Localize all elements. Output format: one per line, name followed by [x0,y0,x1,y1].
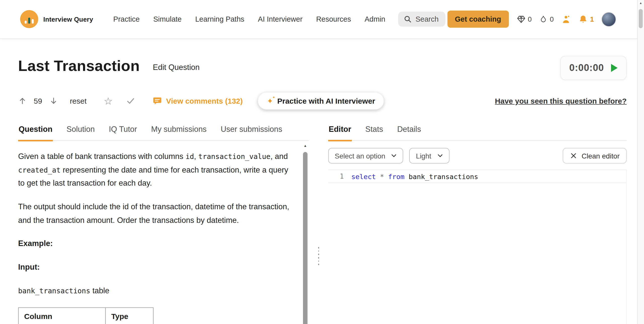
chevron-down-icon [390,152,398,159]
language-select[interactable]: Select an option [328,148,403,164]
schema-table: Column Type id INTEGER created_at [18,308,154,324]
tab-solution[interactable]: Solution [66,123,95,140]
panels: Question Solution IQ Tutor My submission… [18,123,627,324]
chevron-down-icon [436,152,444,159]
flame-count: 0 [550,15,554,23]
clean-editor-label: Clean editor [582,152,620,160]
streak-stat[interactable]: 0 [539,14,554,24]
search-input[interactable]: Search [398,12,446,27]
question-panel-scrollbar[interactable]: ▲ [303,144,308,324]
flame-icon [539,14,548,24]
close-icon [570,152,577,159]
question-body: Given a table of bank transactions with … [18,141,309,324]
nav-item-simulate[interactable]: Simulate [153,15,182,23]
text-run: , and [271,152,288,160]
mark-done-button[interactable] [126,96,135,106]
inline-code-created-at: created_at [18,166,61,174]
code-content: select * from bank_transactions [351,172,478,180]
schema-header-type: Type [105,308,153,324]
inline-code-id: id [185,152,194,160]
sql-identifier: bank_transactions [404,172,478,180]
tab-iq-tutor[interactable]: IQ Tutor [108,123,137,140]
code-line-1[interactable]: 1 select * from bank_transactions [328,170,626,183]
view-comments-label: View comments (132) [166,97,243,105]
vote-count: 59 [34,97,42,105]
nav-item-admin[interactable]: Admin [365,15,385,23]
input-label: Input: [18,261,294,274]
nav-item-ai-interviewer[interactable]: AI Interviewer [258,15,302,23]
editor-panel: Editor Stats Details Select an option Li… [328,123,627,324]
edit-question-link[interactable]: Edit Question [153,63,200,72]
table-name-line: bank_transactions table [18,284,294,297]
get-coaching-button[interactable]: Get coaching [447,11,509,28]
timer-display: 0:00:00 [569,62,604,73]
rewards-person-icon [561,14,571,24]
inline-code-transaction-value: transaction_value [198,152,271,160]
sql-operator: * [376,172,388,180]
title-row: Last Transaction Edit Question 0:00:00 [18,56,627,80]
nav-item-learning-paths[interactable]: Learning Paths [195,15,244,23]
page-scrollbar[interactable]: ▲ [637,0,644,324]
bookmark-star-button[interactable]: ☆ [104,96,113,106]
panel-scrollbar-up-arrow-icon[interactable]: ▲ [304,144,307,147]
panel-gap [309,123,328,324]
upvote-button[interactable] [18,97,27,105]
tab-user-submissions[interactable]: User submissions [220,123,283,140]
theme-select[interactable]: Light [409,148,449,164]
panel-scrollbar-thumb[interactable] [303,152,308,324]
inline-code-table-name: bank_transactions [18,287,90,295]
bell-count: 1 [590,15,594,23]
user-avatar[interactable] [601,12,616,26]
main-content: Last Transaction Edit Question 0:00:00 5… [0,56,644,324]
diamond-count: 0 [528,15,532,23]
schema-header-row: Column Type [18,308,153,324]
tab-stats[interactable]: Stats [365,123,384,140]
page-title: Last Transaction [18,56,140,76]
left-tab-row: Question Solution IQ Tutor My submission… [18,123,309,141]
scrollbar-up-arrow-icon[interactable]: ▲ [639,2,642,5]
downvote-button[interactable] [49,97,58,105]
down-arrow-icon [49,97,58,105]
diamond-icon [516,14,526,24]
tab-editor[interactable]: Editor [328,123,352,141]
tab-my-submissions[interactable]: My submissions [150,123,207,140]
navbar-right: Get coaching 0 0 1 [447,11,616,28]
code-editor[interactable]: 1 select * from bank_transactions [328,170,627,324]
practice-ai-label: Practice with AI Interviewer [277,97,375,105]
brand-name: Interview Query [43,15,93,23]
rewards-stat[interactable] [561,14,571,24]
panel-resize-handle[interactable] [318,247,319,265]
tab-question[interactable]: Question [18,123,53,141]
question-paragraph-2: The output should include the id of the … [18,200,294,227]
main-nav: Practice Simulate Learning Paths AI Inte… [113,15,385,23]
line-number: 1 [328,173,351,180]
seen-before-link[interactable]: Have you seen this question before? [495,97,627,105]
interview-query-logo-icon [20,10,38,28]
page-scrollbar-thumb[interactable] [639,9,643,28]
editor-controls: Select an option Light Clean editor [328,148,627,164]
view-comments-link[interactable]: View comments (132) [153,96,243,106]
sql-keyword: select [351,172,376,180]
timer-play-button[interactable] [611,64,618,72]
navbar: Interview Query Practice Simulate Learni… [0,0,644,39]
reset-link[interactable]: reset [70,97,87,105]
diamond-stat[interactable]: 0 [516,14,532,24]
question-paragraph-1: Given a table of bank transactions with … [18,150,294,190]
sparkle-icon: ✦ [267,97,273,105]
bell-icon [578,14,588,24]
search-icon [404,15,412,23]
notifications-stat[interactable]: 1 [578,14,594,24]
sql-keyword: from [388,172,404,180]
check-icon [126,96,135,106]
right-tab-row: Editor Stats Details [328,123,627,141]
nav-item-resources[interactable]: Resources [316,15,351,23]
nav-item-practice[interactable]: Practice [113,15,140,23]
example-label: Example: [18,237,294,251]
practice-ai-interviewer-button[interactable]: ✦ Practice with AI Interviewer [258,92,384,110]
comments-icon [153,96,162,106]
clean-editor-button[interactable]: Clean editor [562,148,627,164]
tab-details[interactable]: Details [397,123,422,140]
up-arrow-icon [18,97,27,105]
brand-logo[interactable]: Interview Query [20,10,93,28]
code-editor-body[interactable] [328,183,626,324]
